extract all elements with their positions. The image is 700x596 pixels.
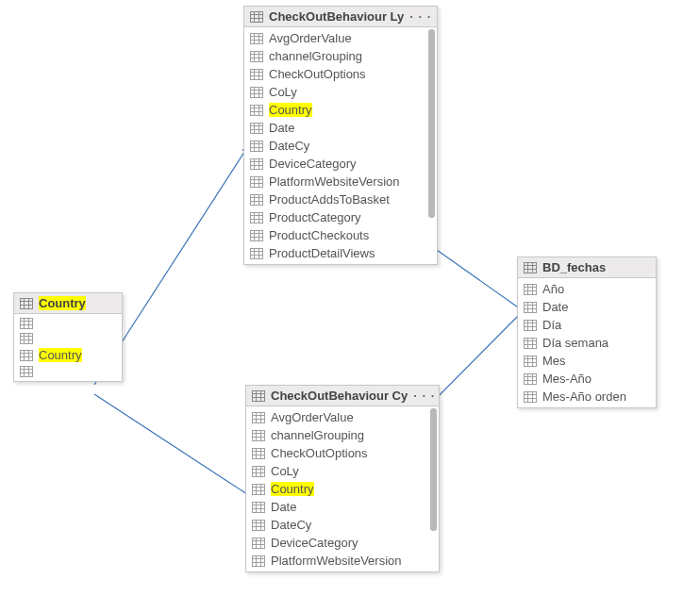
field-icon	[524, 391, 537, 403]
field-row[interactable]: Mes	[518, 352, 656, 370]
field-icon	[20, 333, 33, 344]
field-row[interactable]: Mes-Año orden	[518, 388, 656, 406]
field-row[interactable]: Date	[518, 298, 656, 316]
field-row[interactable]: DateCy	[244, 137, 437, 155]
field-icon	[252, 520, 265, 531]
field-row[interactable]: Día semana	[518, 334, 656, 352]
field-icon	[524, 373, 537, 385]
table-title: BD_fechas	[542, 260, 606, 274]
field-icon	[250, 248, 263, 259]
field-row[interactable]: ProductAddsToBasket	[244, 190, 437, 208]
table-checkoutbehaviour-ly[interactable]: CheckOutBehaviour Ly · · · AvgOrderValue…	[243, 6, 438, 265]
field-icon	[250, 51, 263, 62]
field-icon	[252, 502, 265, 513]
field-icon	[250, 141, 263, 152]
table-icon	[252, 390, 265, 402]
field-icon	[524, 320, 537, 331]
scrollbar[interactable]	[430, 408, 437, 531]
more-icon[interactable]: · · ·	[408, 389, 435, 403]
field-row[interactable]: Country	[14, 346, 122, 364]
field-row[interactable]: Country	[244, 101, 437, 119]
field-icon	[250, 158, 263, 170]
field-row[interactable]: CheckOutOptions	[246, 444, 439, 462]
field-row[interactable]: Date	[244, 119, 437, 137]
field-row[interactable]	[14, 331, 122, 346]
table-checkoutbehaviour-cy[interactable]: CheckOutBehaviour Cy · · · AvgOrderValue…	[245, 385, 440, 572]
field-icon	[252, 555, 265, 567]
table-icon	[20, 298, 33, 309]
svg-line-6	[94, 394, 253, 498]
field-icon	[252, 484, 265, 495]
field-row[interactable]: ProductDetailViews	[244, 244, 437, 262]
field-icon	[524, 302, 537, 313]
field-row[interactable]	[14, 316, 122, 331]
field-icon	[20, 350, 33, 361]
table-bd-fechas[interactable]: BD_fechas Año Date Día Día semana Mes Me…	[517, 257, 657, 408]
field-list: AvgOrderValue channelGrouping CheckOutOp…	[246, 406, 439, 571]
field-row[interactable]: ProductCheckouts	[244, 226, 437, 244]
field-row[interactable]: CheckOutOptions	[244, 65, 437, 83]
field-row[interactable]: PlatformWebsiteVersion	[246, 552, 439, 570]
field-row[interactable]: Mes-Año	[518, 370, 656, 388]
field-row[interactable]: ProductCategory	[244, 208, 437, 226]
field-icon	[252, 538, 265, 549]
table-header[interactable]: CheckOutBehaviour Ly · · ·	[244, 7, 437, 27]
field-row[interactable]: AvgOrderValue	[244, 29, 437, 47]
field-row[interactable]: PlatformWebsiteVersion	[244, 173, 437, 190]
table-header[interactable]: Country	[14, 293, 122, 314]
scrollbar[interactable]	[428, 29, 435, 218]
table-country[interactable]: Country Country	[13, 292, 123, 382]
table-title: CheckOutBehaviour Cy	[271, 389, 408, 403]
field-row[interactable]: Country	[246, 480, 439, 498]
field-row[interactable]: Año	[518, 280, 656, 298]
table-header[interactable]: BD_fechas	[518, 257, 656, 278]
field-icon	[524, 338, 537, 349]
field-icon	[252, 430, 265, 441]
field-icon	[524, 284, 537, 295]
field-icon	[524, 356, 537, 367]
field-row[interactable]: DeviceCategory	[246, 534, 439, 552]
field-list: AvgOrderValue channelGrouping CheckOutOp…	[244, 27, 437, 264]
field-icon	[252, 412, 265, 423]
field-row[interactable]: channelGrouping	[246, 426, 439, 444]
table-header[interactable]: CheckOutBehaviour Cy · · ·	[246, 386, 439, 406]
field-icon	[252, 466, 265, 477]
field-icon	[250, 123, 263, 134]
field-icon	[252, 448, 265, 459]
field-icon	[250, 212, 263, 224]
field-icon	[250, 176, 263, 188]
field-icon	[20, 318, 33, 329]
table-title: CheckOutBehaviour Ly	[269, 9, 404, 24]
field-row[interactable]: channelGrouping	[244, 47, 437, 65]
field-icon	[250, 33, 263, 44]
field-row[interactable]: Date	[246, 498, 439, 516]
field-row[interactable]: AvgOrderValue	[246, 408, 439, 426]
field-list: Año Date Día Día semana Mes Mes-Año Mes-…	[518, 278, 656, 407]
field-row[interactable]	[14, 364, 122, 379]
field-icon	[250, 230, 263, 241]
more-icon[interactable]: · · ·	[404, 9, 431, 24]
field-icon	[250, 87, 263, 98]
field-row[interactable]: DeviceCategory	[244, 155, 437, 173]
field-icon	[250, 69, 263, 80]
table-title: Country	[39, 296, 86, 310]
field-row[interactable]: CoLy	[246, 462, 439, 480]
field-icon	[250, 194, 263, 206]
field-row[interactable]: DateCy	[246, 516, 439, 534]
field-row[interactable]: Día	[518, 316, 656, 334]
table-icon	[524, 262, 537, 273]
field-icon	[20, 366, 33, 377]
field-row[interactable]: CoLy	[244, 83, 437, 101]
field-icon	[250, 105, 263, 116]
field-list: Country	[14, 314, 122, 381]
table-icon	[250, 11, 263, 23]
